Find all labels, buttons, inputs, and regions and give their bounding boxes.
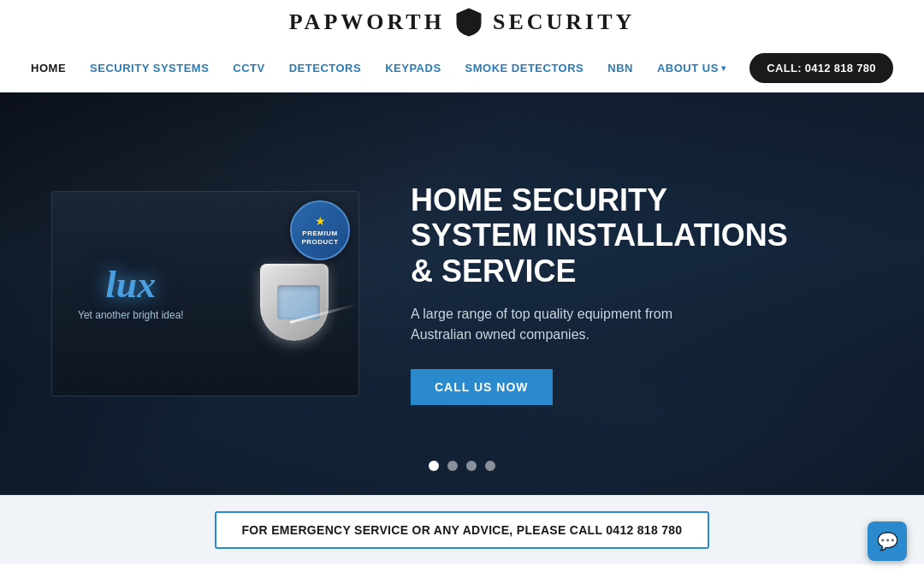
lux-logo: lux — [105, 266, 156, 304]
hero-section: lux Yet another bright idea! ★ PREMIUM P… — [0, 92, 924, 495]
star-icon: ★ — [315, 214, 326, 228]
premium-badge: ★ PREMIUM PRODUCT — [290, 200, 350, 260]
nav-item-keypads[interactable]: KEYPADS — [385, 62, 441, 74]
chat-icon: 💬 — [877, 531, 898, 551]
lux-tagline: Yet another bright idea! — [78, 309, 184, 321]
emergency-bar: FOR EMERGENCY SERVICE OR ANY ADVICE, PLE… — [0, 495, 924, 564]
nav-item-cctv[interactable]: CCTV — [233, 62, 264, 74]
nav-bar: HOME SECURITY SYSTEMS CCTV DETECTORS KEY… — [0, 45, 924, 92]
logo-text-part1: PAPWORTH — [289, 9, 445, 35]
slider-dot-3[interactable] — [466, 461, 477, 471]
nav-item-about-us[interactable]: ABOUT US ▾ — [657, 62, 726, 74]
hero-subtext: A large range of top quality equipment f… — [411, 304, 719, 345]
call-button[interactable]: CALL: 0412 818 780 — [749, 53, 893, 83]
motion-detector-image — [256, 247, 333, 341]
slider-dots — [429, 461, 495, 471]
chevron-down-icon: ▾ — [721, 63, 726, 73]
product-panel: lux Yet another bright idea! ★ PREMIUM P… — [51, 191, 359, 396]
slider-dot-1[interactable] — [429, 461, 439, 471]
logo-area: PAPWORTH SECURITY — [289, 7, 636, 38]
slider-dot-4[interactable] — [485, 461, 495, 471]
emergency-button[interactable]: FOR EMERGENCY SERVICE OR ANY ADVICE, PLE… — [215, 511, 710, 549]
nav-item-smoke-detectors[interactable]: SMOKE DETECTORS — [465, 62, 584, 74]
nav-item-security-systems[interactable]: SECURITY SYSTEMS — [90, 62, 209, 74]
nav-item-nbn[interactable]: NBN — [607, 62, 633, 74]
call-now-button[interactable]: CALL US NOW — [411, 369, 553, 405]
slider-dot-2[interactable] — [447, 461, 458, 471]
hero-content: lux Yet another bright idea! ★ PREMIUM P… — [0, 92, 924, 495]
nav-item-detectors[interactable]: DETECTORS — [289, 62, 361, 74]
hero-text-area: HOME SECURITY SYSTEM INSTALLATIONS & SER… — [411, 182, 873, 405]
lux-brand-area: lux Yet another bright idea! — [78, 266, 184, 321]
detector-body — [260, 264, 329, 341]
nav-item-home[interactable]: HOME — [31, 62, 66, 74]
chat-bubble[interactable]: 💬 — [868, 521, 907, 561]
header: PAPWORTH SECURITY HOME SECURITY SYSTEMS … — [0, 0, 924, 92]
logo-text-part2: SECURITY — [493, 9, 635, 35]
shield-icon — [453, 7, 484, 38]
premium-badge-text: PREMIUM PRODUCT — [301, 229, 338, 247]
hero-headline: HOME SECURITY SYSTEM INSTALLATIONS & SER… — [411, 182, 873, 289]
